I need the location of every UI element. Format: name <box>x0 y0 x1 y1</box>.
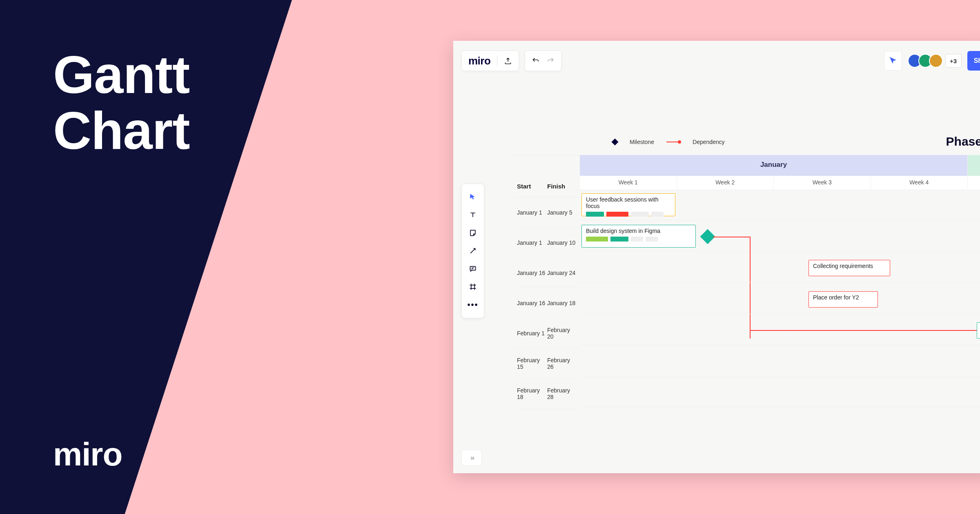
phase-title: Phase 1 <box>946 135 980 148</box>
cell-start: January 1 <box>517 239 547 246</box>
week-header: Week 3 <box>774 176 871 191</box>
undo-icon[interactable] <box>532 57 540 65</box>
cell-start: January 1 <box>517 209 547 216</box>
task-label: Place order for Y2 <box>813 294 859 301</box>
gantt-row: User feedback sessions with focus <box>580 190 980 220</box>
divider <box>497 55 497 66</box>
board-canvas[interactable]: Phase 1 Milestone Dependency Start Finis… <box>514 135 980 473</box>
week-header: Week 4 <box>871 176 968 191</box>
dependency-line <box>750 330 980 331</box>
dependency-icon <box>666 142 680 142</box>
avatar[interactable] <box>929 54 943 68</box>
progress-segment <box>651 212 664 217</box>
logo-chip: miro <box>461 51 519 71</box>
dates-column: Start Finish January 1January 5 January … <box>514 155 580 409</box>
cursor-mode-button[interactable] <box>884 51 902 71</box>
task-bar[interactable]: User feedback sessions with focus <box>581 193 675 216</box>
cell-finish: January 10 <box>547 239 577 246</box>
progress-segment <box>606 212 628 217</box>
cell-finish: January 24 <box>547 270 577 276</box>
task-label: Build design system in Figma <box>586 228 660 234</box>
redo-icon[interactable] <box>546 57 555 65</box>
text-tool-icon[interactable] <box>468 210 478 220</box>
header-right: +3 Sha <box>884 51 980 71</box>
gantt-row: Place order for Y2 <box>580 284 980 314</box>
task-label: User feedback sessions with focus <box>586 196 658 209</box>
cell-finish: February 26 <box>547 357 577 370</box>
cell-start: February 18 <box>517 387 547 400</box>
progress-segment <box>631 212 649 217</box>
task-bar[interactable]: Collecting requirements <box>808 260 890 276</box>
svg-rect-0 <box>470 266 475 270</box>
legend-dependency-label: Dependency <box>693 139 725 145</box>
app-window: miro +3 Sha <box>453 41 980 473</box>
gantt-row: Collecting requirements <box>580 253 980 283</box>
week-header <box>968 176 980 191</box>
cell-start: January 16 <box>517 300 547 306</box>
select-tool-icon[interactable] <box>468 192 478 202</box>
progress-segment <box>586 212 604 217</box>
progress-segment <box>646 237 658 241</box>
frame-tool-icon[interactable] <box>468 282 478 292</box>
cell-start: February 1 <box>517 330 547 337</box>
col-start-label: Start <box>517 183 547 190</box>
progress-segment <box>586 237 608 241</box>
task-label: Collecting requirements <box>813 263 873 269</box>
milestone-icon <box>612 139 619 146</box>
task-bar[interactable]: Build design system in Figma <box>581 225 696 248</box>
dependency-line <box>713 237 750 237</box>
app-logo[interactable]: miro <box>468 55 490 67</box>
collaborator-avatars: +3 <box>908 54 962 68</box>
page-title: Gantt Chart <box>53 47 189 158</box>
tool-palette: ••• <box>461 184 484 318</box>
share-button[interactable]: Sha <box>967 51 980 71</box>
gantt-row <box>580 377 980 408</box>
line-tool-icon[interactable] <box>468 246 478 256</box>
title-line-2: Chart <box>53 103 189 159</box>
gantt-row: Desig <box>580 315 980 345</box>
progress-segment <box>610 237 628 241</box>
sticky-note-tool-icon[interactable] <box>468 228 478 238</box>
cell-finish: February 28 <box>547 387 577 400</box>
task-bar[interactable]: Desig <box>977 322 980 339</box>
title-line-1: Gantt <box>53 47 189 103</box>
app-header: miro +3 Sha <box>461 49 980 73</box>
cell-finish: January 18 <box>547 300 577 306</box>
legend: Milestone Dependency <box>514 135 980 155</box>
gantt-row: Build design system in Figma <box>580 222 980 252</box>
cell-finish: January 5 <box>547 209 577 216</box>
task-bar[interactable]: Place order for Y2 <box>808 291 878 308</box>
comment-tool-icon[interactable] <box>468 264 478 274</box>
more-tools-icon[interactable]: ••• <box>468 300 478 310</box>
month-header-next <box>968 155 980 176</box>
week-header: Week 2 <box>677 176 774 191</box>
expand-panel-button[interactable]: » <box>461 450 482 466</box>
month-header: January <box>580 155 968 176</box>
progress-segment <box>631 237 643 241</box>
gantt-chart: Start Finish January 1January 5 January … <box>514 155 980 409</box>
cell-finish: February 20 <box>547 327 577 340</box>
gantt-row <box>580 346 980 377</box>
export-icon[interactable] <box>504 57 512 65</box>
week-header: Week 1 <box>580 176 677 191</box>
history-chip <box>525 51 561 71</box>
col-finish-label: Finish <box>547 183 577 190</box>
avatar-overflow[interactable]: +3 <box>945 54 962 68</box>
legend-milestone-label: Milestone <box>630 139 654 145</box>
cell-start: January 16 <box>517 270 547 276</box>
cell-start: February 15 <box>517 357 547 370</box>
timeline: January Week 1 Week 2 Week 3 Week 4 User… <box>580 155 980 409</box>
brand-logo: miro <box>53 436 122 473</box>
